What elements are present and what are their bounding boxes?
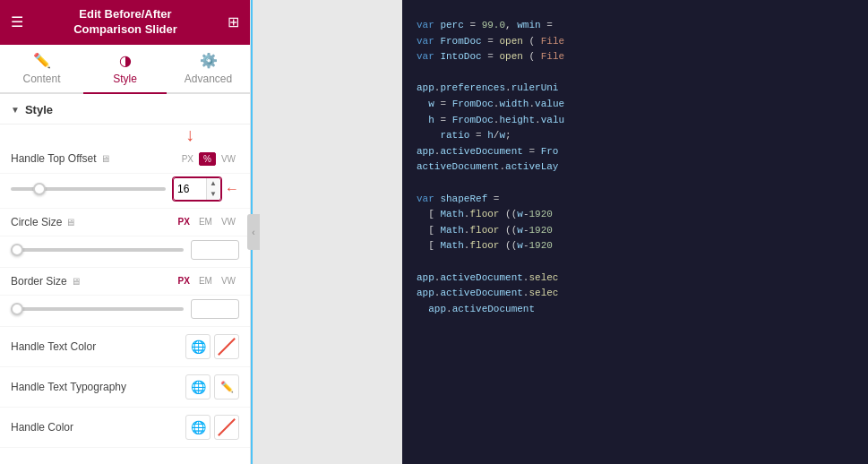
- border-responsive-icon: 🖥: [71, 276, 81, 287]
- handle-top-offset-slider-row: 16 ▲ ▼ ←: [0, 174, 250, 209]
- code-preview-panel: var perc = 99.0, wmin = var FromDoc = op…: [402, 0, 868, 464]
- handle-color-globe-btn[interactable]: 🌐: [185, 415, 211, 440]
- tab-bar: ✏️ Content ◑ Style ⚙️ Advanced: [0, 45, 250, 94]
- circle-unit-buttons: PX EM VW: [175, 216, 239, 228]
- handle-text-typography-row: Handle Text Typography 🌐 ✏️: [0, 367, 250, 408]
- handle-top-offset-slider[interactable]: [11, 187, 166, 191]
- spin-up-btn[interactable]: ▲: [207, 178, 219, 189]
- hamburger-menu-icon[interactable]: ☰: [11, 13, 23, 30]
- content-tab-label: Content: [22, 73, 60, 85]
- panel-collapse-handle[interactable]: ‹: [247, 214, 251, 250]
- style-section-header: ▼ Style: [0, 94, 250, 125]
- handle-top-offset-row: Handle Top Offset 🖥 PX % VW: [0, 145, 250, 174]
- responsive-icon: 🖥: [100, 153, 110, 164]
- circle-unit-em-btn[interactable]: EM: [195, 216, 216, 228]
- advanced-tab-label: Advanced: [185, 73, 232, 85]
- grid-view-icon[interactable]: ⊞: [228, 13, 239, 30]
- spin-down-btn[interactable]: ▼: [207, 189, 219, 200]
- code-content: var perc = 99.0, wmin = var FromDoc = op…: [402, 0, 868, 335]
- border-size-row: Border Size 🖥 PX EM VW: [0, 268, 250, 296]
- border-unit-px-btn[interactable]: PX: [175, 275, 193, 287]
- tab-style[interactable]: ◑ Style: [83, 45, 167, 94]
- handle-text-typography-globe-btn[interactable]: 🌐: [185, 374, 211, 400]
- right-content-area: var perc = 99.0, wmin = var FromDoc = op…: [251, 0, 868, 464]
- arrow-down-indicator: ↓: [0, 125, 250, 145]
- content-tab-icon: ✏️: [33, 52, 51, 69]
- unit-buttons: PX % VW: [178, 152, 239, 166]
- handle-color-picker-btn[interactable]: [214, 415, 239, 440]
- handle-color-controls: 🌐: [185, 415, 239, 440]
- circle-size-input[interactable]: [191, 240, 239, 260]
- handle-top-offset-input-wrap: 16 ▲ ▼: [173, 177, 221, 201]
- style-tab-label: Style: [113, 73, 137, 85]
- handle-text-typography-edit-btn[interactable]: ✏️: [214, 374, 239, 400]
- circle-size-row: Circle Size 🖥 PX EM VW: [0, 209, 250, 236]
- preview-area: var perc = 99.0, wmin = var FromDoc = op…: [251, 0, 868, 464]
- handle-text-color-globe-btn[interactable]: 🌐: [185, 334, 211, 359]
- circle-unit-vw-btn[interactable]: VW: [218, 216, 239, 228]
- panel-header: ☰ Edit Before/AfterComparison Slider ⊞: [0, 0, 250, 45]
- handle-text-color-row: Handle Text Color 🌐: [0, 327, 250, 367]
- handle-color-label: Handle Color: [11, 421, 185, 434]
- style-section-title: Style: [25, 103, 53, 116]
- circle-unit-px-btn[interactable]: PX: [175, 216, 193, 228]
- border-unit-buttons: PX EM VW: [175, 275, 239, 287]
- border-unit-vw-btn[interactable]: VW: [218, 275, 239, 287]
- border-size-input[interactable]: [191, 299, 239, 319]
- handle-text-color-picker-btn[interactable]: [214, 334, 239, 359]
- handle-color-row: Handle Color 🌐: [0, 408, 250, 448]
- circle-size-label: Circle Size 🖥: [11, 216, 169, 228]
- advanced-tab-icon: ⚙️: [200, 52, 218, 69]
- color-slash-icon: [218, 338, 236, 356]
- unit-percent-btn[interactable]: %: [199, 152, 216, 166]
- panel-title: Edit Before/AfterComparison Slider: [23, 7, 228, 38]
- section-collapse-icon[interactable]: ▼: [11, 105, 20, 115]
- spin-buttons: ▲ ▼: [206, 178, 219, 200]
- unit-px-btn[interactable]: PX: [178, 152, 197, 166]
- border-size-slider-row: [0, 296, 250, 327]
- border-size-slider[interactable]: [11, 307, 184, 311]
- tab-advanced[interactable]: ⚙️ Advanced: [167, 45, 250, 94]
- arrow-right-indicator: ←: [225, 181, 239, 197]
- handle-text-typography-controls: 🌐 ✏️: [185, 374, 239, 400]
- style-tab-icon: ◑: [119, 52, 132, 69]
- tab-content[interactable]: ✏️ Content: [0, 45, 83, 94]
- handle-text-typography-label: Handle Text Typography: [11, 381, 185, 393]
- border-unit-em-btn[interactable]: EM: [195, 275, 216, 287]
- circle-size-slider[interactable]: [11, 248, 184, 252]
- panel-body: ▼ Style ↓ Handle Top Offset 🖥 PX % VW: [0, 94, 250, 464]
- border-size-label: Border Size 🖥: [11, 275, 169, 288]
- unit-vw-btn[interactable]: VW: [218, 152, 239, 166]
- handle-text-color-controls: 🌐: [185, 334, 239, 359]
- handle-text-color-label: Handle Text Color: [11, 340, 185, 353]
- handle-color-slash-icon: [218, 418, 236, 436]
- handle-top-offset-label: Handle Top Offset 🖥: [11, 152, 173, 165]
- left-panel: ☰ Edit Before/AfterComparison Slider ⊞ ✏…: [0, 0, 251, 464]
- handle-top-offset-input[interactable]: 16: [174, 181, 206, 197]
- circle-size-slider-row: [0, 236, 250, 268]
- circle-responsive-icon: 🖥: [65, 217, 75, 228]
